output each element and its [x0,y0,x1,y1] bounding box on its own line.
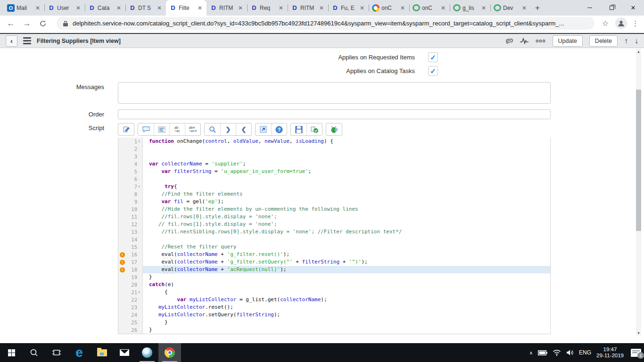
code-line[interactable]: 15 //Reset the filter query [118,243,550,251]
taskbar-search-button[interactable] [23,343,45,362]
scroll-up-icon[interactable]: ▲ [636,50,641,53]
browser-tab[interactable]: DFilte✕ [166,0,206,16]
code-line[interactable]: 9 var fil = gel('ep'); [118,198,550,206]
minimize-button[interactable] [579,0,601,16]
back-button[interactable]: ← [5,17,17,30]
tab-close-icon[interactable]: ✕ [116,5,122,11]
attachment-button[interactable] [505,37,513,45]
browser-tab[interactable]: DCata✕ [85,0,125,16]
start-button[interactable] [0,343,23,362]
help-icon[interactable]: ? [271,123,287,135]
fold-arrow-icon[interactable]: ▾ [138,138,142,145]
tab-close-icon[interactable]: ✕ [278,5,284,11]
hidden-icons-chevron[interactable]: ∧ [529,350,533,355]
browser-tab[interactable]: DRITM✕ [288,0,328,16]
code-line[interactable]: 3 [118,153,550,160]
search-icon[interactable] [205,123,220,135]
tab-close-icon[interactable]: ✕ [318,5,325,11]
personalize-button[interactable] [520,38,529,44]
replace-all-icon[interactable]: ab≡➔ac≡ [185,123,200,135]
checkbox[interactable]: ✓ [428,66,438,76]
format-code-icon[interactable] [154,123,169,135]
code-line[interactable]: 1▾function onChange(control, oldValue, n… [118,138,550,145]
language-indicator[interactable]: ENG [579,349,591,356]
replace-icon[interactable]: ab➔ac [169,123,185,135]
code-line[interactable]: !17 eval(collectorName + 'g_filter.setQu… [118,258,550,266]
code-line[interactable]: 14 [118,236,550,243]
action-center-button[interactable]: 1 [631,349,641,357]
browser-tab[interactable]: onC✕ [369,0,409,16]
tab-close-icon[interactable]: ✕ [156,5,163,11]
open-new-window-icon[interactable] [256,123,271,135]
tab-close-icon[interactable]: ✕ [440,5,446,11]
order-input[interactable] [118,109,551,119]
edge-app-button[interactable]: e [68,343,91,362]
previous-record-button[interactable]: ↑ [624,37,628,45]
browser-tab[interactable]: onC✕ [409,0,450,16]
delete-button[interactable]: Delete [589,35,618,47]
scroll-down-icon[interactable]: ▼ [636,331,641,335]
code-line[interactable]: 26} [118,326,550,334]
more-options-button[interactable]: ooo [536,38,545,43]
chrome-app-button[interactable] [158,343,181,362]
browser-tab[interactable]: Dev✕ [490,0,531,16]
code-line[interactable]: 10 //Hide the filter elements by un-comm… [118,206,550,213]
update-button[interactable]: Update [553,35,583,47]
code-line[interactable]: !18 eval(collectorName + 'acRequest(null… [118,266,550,273]
browser-tab[interactable]: DFu, E✕ [328,0,369,16]
tab-close-icon[interactable]: ✕ [75,5,82,11]
code-line[interactable]: 19} [118,273,550,281]
tab-close-icon[interactable]: ✕ [197,5,203,11]
page-scrollbar[interactable]: ▲ ▼ [636,49,641,336]
cisco-anyconnect-button[interactable] [136,343,158,362]
script-code-editor[interactable]: 1▾function onChange(control, oldValue, n… [118,138,551,334]
close-button[interactable]: ✕ [622,0,644,16]
taskbar-clock[interactable]: 19:47 29-11-2019 [596,346,624,359]
fold-arrow-icon[interactable]: ▾ [138,288,142,296]
fold-arrow-icon[interactable]: ▾ [138,183,142,190]
code-line[interactable]: 12 // fil.rows[1].style.display = 'none'… [118,221,550,228]
syntax-check-icon[interactable] [306,123,322,135]
context-menu-icon[interactable] [23,37,31,44]
browser-tab[interactable]: DReq✕ [247,0,288,16]
bookmark-star-icon[interactable]: ☆ [602,19,609,28]
browser-tab[interactable]: DRITM✕ [206,0,247,16]
code-line[interactable]: 6 [118,175,550,183]
code-line[interactable]: 23 myListCollector.reset(); [118,304,550,311]
code-line[interactable]: 8 //Find the filter elements [118,190,550,198]
save-icon[interactable] [291,123,306,135]
restore-button[interactable] [601,0,622,16]
file-explorer-button[interactable] [91,343,113,362]
mail-app-button[interactable] [113,343,136,362]
code-line[interactable]: 11 //fil.rows[0].style.display = 'none'; [118,213,550,221]
tab-close-icon[interactable]: ✕ [359,5,365,11]
battery-icon[interactable] [538,350,547,355]
debug-icon[interactable] [326,123,342,135]
browser-tab[interactable]: OMail✕ [4,0,44,16]
task-view-button[interactable] [45,343,68,362]
record-back-button[interactable]: ‹ [6,35,17,47]
comment-icon[interactable] [138,123,154,135]
tab-close-icon[interactable]: ✕ [237,5,244,11]
reload-button[interactable] [37,17,49,30]
find-previous-icon[interactable]: ❮ [236,123,251,135]
tab-close-icon[interactable]: ✕ [399,5,406,11]
volume-icon[interactable] [566,349,574,356]
code-line[interactable]: 25 } [118,319,550,326]
tab-close-icon[interactable]: ✕ [521,5,528,11]
new-tab-button[interactable]: + [531,0,544,16]
code-line[interactable]: 2 [118,145,550,153]
profile-avatar[interactable] [615,17,627,29]
find-next-icon[interactable]: ❯ [220,123,236,135]
messages-textarea[interactable] [118,82,551,104]
code-line[interactable]: 5 var filterString = 'u_appear_in_user_f… [118,168,550,175]
tab-close-icon[interactable]: ✕ [34,5,41,11]
wifi-icon[interactable] [553,349,561,356]
code-line[interactable]: 20catch(e) [118,281,550,288]
tab-close-icon[interactable]: ✕ [480,5,487,11]
address-bar[interactable]: delphitech.service-now.com/catalog_scrip… [57,17,594,30]
code-line[interactable]: 21▾ { [118,288,550,296]
code-line[interactable]: 4var collectorName = 'supplier'; [118,160,550,168]
scrollbar-thumb[interactable] [636,90,641,231]
checkbox[interactable]: ✓ [428,52,438,62]
